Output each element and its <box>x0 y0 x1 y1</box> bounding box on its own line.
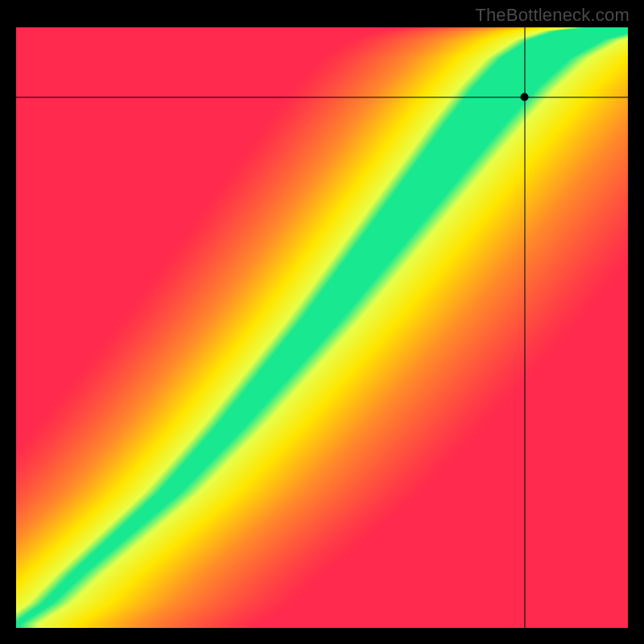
heatmap-plot <box>16 27 628 628</box>
chart-container: TheBottleneck.com <box>0 0 644 644</box>
watermark-text: TheBottleneck.com <box>475 5 630 26</box>
heatmap-canvas <box>16 27 628 628</box>
